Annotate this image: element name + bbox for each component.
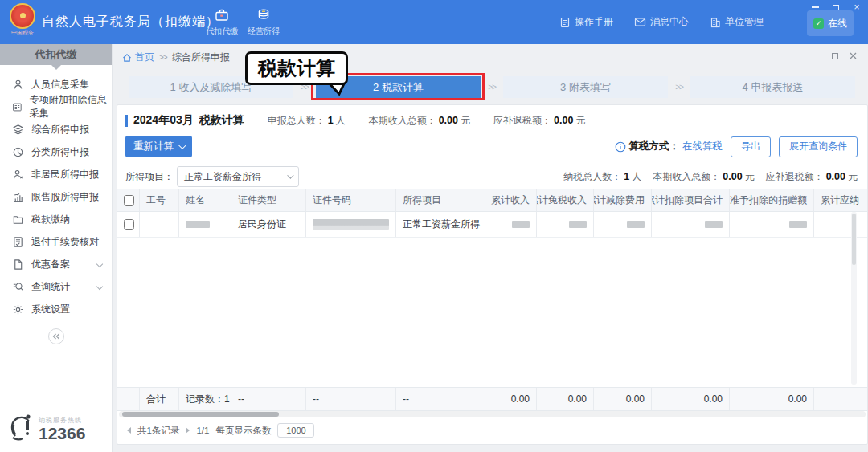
redacted-value xyxy=(512,221,530,228)
nav-business-income-label: 经营所得 xyxy=(248,26,280,37)
chevron-down-icon xyxy=(96,261,103,267)
sidebar-item-label: 综合所得申报 xyxy=(31,123,89,136)
app-title: 自然人电子税务局（扣缴端） xyxy=(42,14,219,31)
message-center-link[interactable]: 消息中心 xyxy=(634,15,689,29)
table-header-row: 工号 姓名 证件类型 证件号码 所得项目 累计收入 累计免税收入 累计减除费用 … xyxy=(117,189,867,212)
table-total-row: 合计 记录数：1 -- -- -- 0.00 0.00 0.00 0.00 0.… xyxy=(117,387,867,411)
total-value-cell: 0.00 xyxy=(594,388,652,410)
online-check-icon: ✓ xyxy=(813,18,824,29)
redacted-value xyxy=(789,221,807,228)
filter-stats: 纳税总人数： 1 人 本期收入总额： 0.00 元 应补退税额： 0.00 元 xyxy=(552,170,858,184)
sidebar-collapse-button[interactable] xyxy=(48,328,64,344)
select-all-cell xyxy=(117,189,140,211)
vertical-scrollbar-thumb[interactable] xyxy=(852,214,856,265)
info-icon[interactable] xyxy=(615,141,626,153)
sidebar-item-restricted-shares[interactable]: 限售股所得申报 xyxy=(0,185,112,208)
chevron-down-icon xyxy=(96,283,103,290)
minimize-button[interactable] xyxy=(810,2,820,12)
online-status-button[interactable]: ✓ 在线 xyxy=(807,10,854,36)
page-close-icon[interactable] xyxy=(850,52,857,59)
header-cell: 证件类型 xyxy=(231,189,306,211)
header-cell: 工号 xyxy=(140,189,179,211)
table-horizontal-scrollbar[interactable] xyxy=(119,411,866,417)
sidebar-item-label: 专项附加扣除信息采集 xyxy=(30,93,112,120)
toolbar: 重新计算 算税方式： 在线算税 导出 展开查询条件 xyxy=(125,136,858,158)
pagination: 共1条记录 1/1 每页显示条数 1000 xyxy=(127,423,314,438)
logo-caption: 中国税务 xyxy=(6,29,39,36)
hotline-logo: 纳税服务热线 12366 xyxy=(8,409,85,442)
redacted-value xyxy=(705,221,723,228)
per-page-label: 每页显示条数 xyxy=(215,425,271,437)
sidebar-item-query-statistics[interactable]: 查询统计 xyxy=(0,275,112,298)
total-cell xyxy=(117,388,140,410)
sidebar-item-personnel-info[interactable]: 人员信息采集 xyxy=(0,73,112,96)
step-tab-attached-forms[interactable]: 3 附表填写 xyxy=(503,76,668,98)
page-indicator: 1/1 xyxy=(196,426,209,435)
chevron-down-icon xyxy=(287,172,293,178)
per-page-select[interactable]: 1000 xyxy=(277,423,314,438)
folder-icon xyxy=(12,214,24,226)
stat-value: 0.00 xyxy=(439,115,458,126)
nav-business-income[interactable]: 经营所得 xyxy=(243,7,285,37)
nav-withholding[interactable]: 代扣代缴 xyxy=(201,7,243,37)
stat-period-income: 本期收入总额： 0.00 元 xyxy=(653,170,754,184)
header-cell: 姓名 xyxy=(179,189,231,211)
sidebar-item-classified-income[interactable]: 分类所得申报 xyxy=(0,140,112,163)
hotline-number: 12366 xyxy=(39,425,85,442)
breadcrumb-home[interactable]: 首页 xyxy=(122,51,154,64)
sidebar-item-comprehensive-income[interactable]: 综合所得申报 xyxy=(0,118,112,140)
calc-mode-label: 算税方式： xyxy=(629,140,680,153)
expand-query-button[interactable]: 展开查询条件 xyxy=(779,136,858,157)
total-label-cell: 合计 xyxy=(140,388,179,410)
results-table: 工号 姓名 证件类型 证件号码 所得项目 累计收入 累计免税收入 累计减除费用 … xyxy=(117,189,867,411)
income-item-label: 所得项目： xyxy=(125,170,174,184)
stat-label: 应补退税额： xyxy=(493,114,551,128)
briefcase-icon xyxy=(214,7,230,23)
income-item-select[interactable]: 正常工资薪金所得 xyxy=(177,166,299,187)
next-page-icon[interactable] xyxy=(186,427,190,434)
tax-bureau-logo: 中国税务 xyxy=(6,3,39,36)
total-value-cell: 0.00 xyxy=(537,388,594,410)
total-dash-cell: -- xyxy=(231,388,306,410)
gear-icon xyxy=(12,303,24,316)
recalculate-button[interactable]: 重新计算 xyxy=(125,136,192,157)
horizontal-scrollbar-thumb[interactable] xyxy=(122,412,279,417)
cell-taxable xyxy=(814,212,867,237)
table-vertical-scrollbar[interactable] xyxy=(851,212,857,385)
sidebar-item-label: 退付手续费核对 xyxy=(31,235,99,249)
page-window-controls xyxy=(832,52,857,59)
row-checkbox[interactable] xyxy=(124,219,134,230)
stat-unit: 人 xyxy=(632,170,641,184)
cell-tax-free-income xyxy=(537,212,594,237)
sidebar-item-refund-fee-check[interactable]: 退付手续费核对 xyxy=(0,230,112,253)
sidebar-item-system-settings[interactable]: 系统设置 xyxy=(0,298,112,320)
cell-cert-type: 居民身份证 xyxy=(231,212,306,237)
table-row[interactable]: 居民身份证 正常工资薪金所得 xyxy=(117,212,867,238)
unit-management-link[interactable]: 单位管理 xyxy=(710,15,764,29)
filter-row: 所得项目： 正常工资薪金所得 纳税总人数： 1 人 本期收入总额： 0.00 元 xyxy=(125,166,858,187)
prev-page-icon[interactable] xyxy=(127,427,131,434)
chevron-down-icon xyxy=(178,141,186,149)
sidebar-item-preference-filing[interactable]: 优惠备案 xyxy=(0,253,112,275)
national-emblem-icon xyxy=(10,3,35,29)
step-tab-submit-return[interactable]: 4 申报表报送 xyxy=(690,76,855,98)
manual-link[interactable]: 操作手册 xyxy=(559,15,613,29)
sidebar-item-special-deduction[interactable]: 专项附加扣除信息采集 xyxy=(0,96,112,118)
page-maximize-icon[interactable] xyxy=(832,53,838,59)
sidebar-item-tax-payment[interactable]: 税款缴纳 xyxy=(0,208,112,230)
stat-label: 本期收入总额： xyxy=(653,170,720,184)
stat-period-income: 本期收入总额： 0.00 元 xyxy=(369,114,470,128)
stat-value: 1 xyxy=(624,171,629,182)
maximize-button[interactable] xyxy=(831,2,841,12)
close-button[interactable]: × xyxy=(852,2,862,12)
total-records-label: 共1条记录 xyxy=(137,425,179,437)
step-tabs: 1 收入及减除填写 >> 2 税款计算 >> 3 附表填写 >> 4 申报表报送 xyxy=(129,76,855,98)
calc-mode-value[interactable]: 在线算税 xyxy=(682,140,723,153)
stat-unit: 元 xyxy=(575,114,585,128)
window-controls: × xyxy=(810,2,862,12)
export-button[interactable]: 导出 xyxy=(731,136,771,157)
sidebar-item-nonresident-income[interactable]: 非居民所得申报 xyxy=(0,163,112,185)
building-icon xyxy=(710,17,721,28)
select-all-checkbox[interactable] xyxy=(124,195,134,206)
sidebar: 代扣代缴 人员信息采集 专项附加扣除信息采集 综合所得申报 分类所得申报 非居民… xyxy=(0,44,113,452)
